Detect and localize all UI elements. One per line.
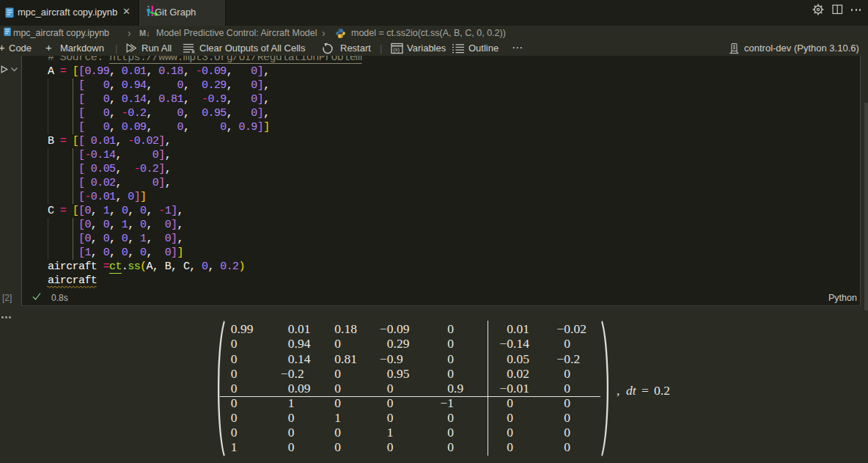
svg-text:M↓: M↓ [139,29,150,37]
svg-text:(x): (x) [393,46,400,53]
